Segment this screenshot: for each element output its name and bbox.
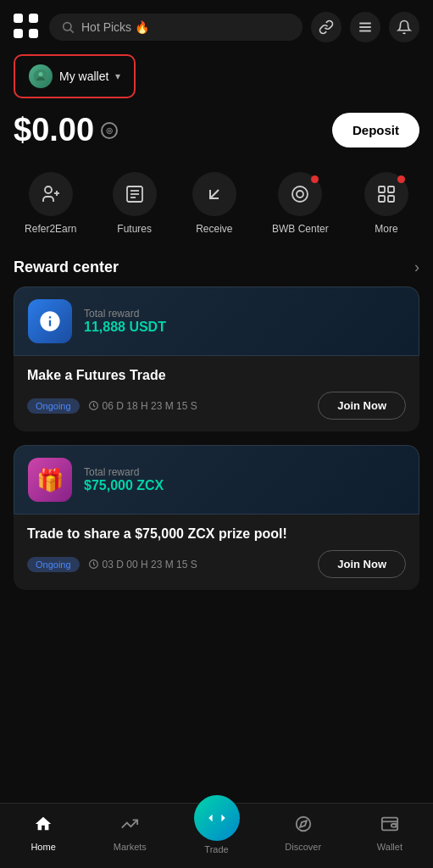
join-now-button-zcx[interactable]: Join Now [318, 550, 406, 578]
reward-center-chevron-icon[interactable]: › [414, 259, 419, 276]
nav-home[interactable]: Home [0, 815, 86, 852]
reward-center-header: Reward center › [0, 252, 433, 287]
action-receive[interactable]: Receive [192, 172, 236, 235]
nav-discover-label: Discover [285, 842, 321, 852]
reward-label-futures: Total reward [84, 308, 166, 320]
bell-icon-button[interactable] [389, 12, 419, 42]
svg-point-0 [64, 23, 71, 31]
svg-rect-20 [388, 196, 394, 202]
action-bwb-center[interactable]: BWB Center [272, 172, 329, 235]
action-futures-label: Futures [117, 223, 152, 235]
refer2earn-icon [29, 172, 73, 216]
trade-center-button[interactable] [194, 795, 240, 841]
receive-icon [192, 172, 236, 216]
reward-card-top-futures: Total reward 11,888 USDT [14, 287, 419, 356]
svg-rect-19 [379, 196, 385, 202]
action-more-label: More [375, 223, 397, 235]
timer-futures: 06 D 18 H 23 M 15 S [88, 400, 197, 412]
wallet-avatar [29, 64, 53, 88]
ongoing-badge-futures: Ongoing [27, 398, 80, 414]
bottom-nav: Home Markets Trade Discover [0, 803, 433, 868]
reward-center-title: Reward center [14, 259, 119, 276]
nav-trade[interactable]: Trade [173, 812, 259, 854]
more-notification-dot [397, 175, 405, 183]
ongoing-badge-zcx: Ongoing [27, 557, 80, 572]
reward-card-bottom-zcx: Trade to share a $75,000 ZCX prize pool!… [14, 515, 419, 590]
nav-discover[interactable]: Discover [260, 815, 347, 852]
reward-footer-left-zcx: Ongoing 03 D 00 H 23 M 15 S [27, 557, 197, 572]
nav-trade-label: Trade [204, 844, 228, 854]
balance-row: $0.00 ◎ Deposit [0, 98, 433, 155]
wallet-icon [380, 815, 399, 838]
home-icon [34, 815, 53, 838]
search-icon [61, 20, 75, 34]
reward-card-bottom-futures: Make a Futures Trade Ongoing 06 D 18 H 2… [14, 356, 419, 431]
svg-point-16 [292, 186, 308, 202]
reward-card-icon-futures [28, 299, 72, 343]
svg-point-7 [45, 186, 52, 193]
balance-value: $0.00 [14, 112, 94, 148]
apps-icon[interactable] [14, 14, 41, 41]
more-icon [364, 172, 408, 216]
timer-zcx: 03 D 00 H 23 M 15 S [88, 559, 197, 570]
reward-title-zcx: Trade to share a $75,000 ZCX prize pool! [27, 526, 406, 542]
svg-point-15 [297, 191, 303, 198]
action-bwb-label: BWB Center [272, 223, 329, 235]
reward-footer-zcx: Ongoing 03 D 00 H 23 M 15 S Join Now [27, 550, 406, 578]
join-now-button-futures[interactable]: Join Now [318, 392, 406, 420]
discover-icon [294, 815, 313, 838]
search-bar[interactable]: Hot Picks 🔥 [49, 14, 303, 41]
nav-markets[interactable]: Markets [86, 815, 173, 852]
reward-value-zcx: $75,000 ZCX [84, 478, 164, 493]
svg-line-1 [70, 30, 74, 33]
menu-icon-button[interactable] [350, 12, 380, 42]
svg-point-6 [39, 72, 43, 76]
wallet-selector[interactable]: My wallet ▾ [14, 54, 136, 98]
reward-footer-left-futures: Ongoing 06 D 18 H 23 M 15 S [27, 398, 197, 414]
action-futures[interactable]: Futures [113, 172, 157, 235]
reward-card-zcx: 🎁 Total reward $75,000 ZCX Trade to shar… [14, 445, 419, 590]
reward-label-zcx: Total reward [84, 466, 164, 478]
wallet-label: My wallet [59, 70, 108, 83]
link-icon-button[interactable] [311, 12, 341, 42]
reward-card-top-zcx: 🎁 Total reward $75,000 ZCX [14, 445, 419, 515]
balance-display: $0.00 ◎ [14, 112, 118, 148]
action-refer2earn[interactable]: Refer2Earn [25, 172, 76, 235]
bwb-center-icon [278, 172, 322, 216]
reward-footer-futures: Ongoing 06 D 18 H 23 M 15 S Join Now [27, 392, 406, 420]
futures-icon [113, 172, 157, 216]
action-more[interactable]: More [364, 172, 408, 235]
nav-wallet-label: Wallet [377, 842, 402, 852]
top-nav-icons [311, 12, 419, 42]
svg-rect-17 [379, 186, 385, 192]
svg-point-23 [296, 817, 310, 832]
wallet-chevron-icon: ▾ [115, 70, 120, 82]
nav-wallet[interactable]: Wallet [347, 815, 433, 852]
svg-line-14 [210, 190, 219, 198]
top-nav: Hot Picks 🔥 [0, 0, 433, 54]
svg-rect-18 [388, 186, 394, 192]
nav-markets-label: Markets [114, 842, 147, 852]
reward-card-info-zcx: Total reward $75,000 ZCX [84, 466, 164, 493]
search-text: Hot Picks 🔥 [81, 20, 149, 34]
reward-card-futures: Total reward 11,888 USDT Make a Futures … [14, 287, 419, 431]
reward-title-futures: Make a Futures Trade [27, 368, 406, 383]
eye-icon[interactable]: ◎ [101, 122, 118, 139]
action-receive-label: Receive [196, 223, 232, 235]
reward-card-info-futures: Total reward 11,888 USDT [84, 308, 166, 335]
markets-icon [120, 815, 139, 838]
reward-value-futures: 11,888 USDT [84, 320, 166, 335]
quick-actions: Refer2Earn Futures Receive [0, 155, 433, 252]
deposit-button[interactable]: Deposit [332, 113, 419, 147]
bwb-notification-dot [311, 175, 319, 183]
action-refer2earn-label: Refer2Earn [25, 223, 76, 235]
nav-home-label: Home [31, 842, 55, 852]
reward-card-icon-zcx: 🎁 [28, 458, 72, 502]
